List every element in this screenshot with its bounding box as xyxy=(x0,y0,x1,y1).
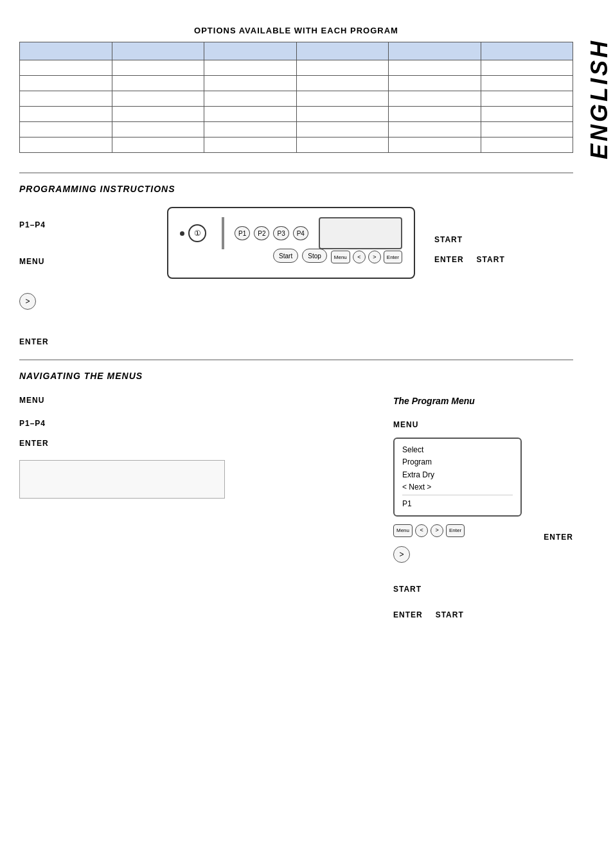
menu-line-1: Select xyxy=(402,444,513,456)
panel-separator xyxy=(222,217,224,249)
main-content: OPTIONS AVAILABLE WITH EACH PROGRAM xyxy=(0,0,586,634)
menu-p1: P1 xyxy=(402,495,513,510)
menu-line-3: Extra Dry xyxy=(402,469,513,481)
options-table xyxy=(19,42,573,153)
menu-label: MENU xyxy=(19,257,44,266)
divider-2 xyxy=(19,359,573,360)
p1p4-label: P1–P4 xyxy=(19,220,46,229)
table-row xyxy=(20,122,573,137)
start-button[interactable]: Start xyxy=(273,249,298,263)
arrow-right-icon[interactable]: > xyxy=(19,293,36,310)
power-dot xyxy=(180,231,184,236)
table-row xyxy=(20,42,573,60)
table-title: OPTIONS AVAILABLE WITH EACH PROGRAM xyxy=(19,26,573,35)
enter-label: ENTER xyxy=(19,337,49,346)
navigating-heading: NAVIGATING THE MENUS xyxy=(19,371,573,381)
table-row xyxy=(20,60,573,76)
table-row xyxy=(20,107,573,122)
menu-display-wrapper: Select Program Extra Dry < Next > P1 Men… xyxy=(393,438,573,563)
power-button[interactable]: ① xyxy=(188,224,206,242)
arrow-right-icon-2[interactable]: > xyxy=(393,546,410,563)
enter-right: ENTER xyxy=(544,533,573,542)
prog-instruction-2: ENTER START xyxy=(434,254,573,266)
prog-instruction-1: START xyxy=(434,234,573,246)
table-row xyxy=(20,91,573,107)
nav-menu-label: MENU xyxy=(393,418,573,431)
menu-line-4: < Next > xyxy=(402,481,513,493)
nav-buttons-row: Menu < > Enter xyxy=(331,251,402,263)
enter-key: ENTER xyxy=(19,439,49,448)
program-menu-subheading: The Program Menu xyxy=(393,394,573,409)
english-label: ENGLISH xyxy=(586,39,613,159)
prog-instructions: START ENTER START xyxy=(434,207,573,266)
programming-heading: PROGRAMMING INSTRUCTIONS xyxy=(19,184,573,194)
english-sidebar: ENGLISH xyxy=(586,0,613,868)
nav-right-col: The Program Menu MENU Select Program Ext… xyxy=(393,394,573,621)
table-row xyxy=(20,76,573,91)
control-panel: ① P1 P2 P3 P4 Start Stop Menu < xyxy=(167,207,415,279)
panel-top-row: ① P1 P2 P3 P4 xyxy=(180,217,402,249)
p1-button[interactable]: P1 xyxy=(235,226,250,240)
p2-button[interactable]: P2 xyxy=(254,226,269,240)
nav-left-text: MENU P1–P4 ENTER xyxy=(19,394,374,499)
prog-labels: P1–P4 MENU > ENTER xyxy=(19,207,148,346)
nav-bottom-box xyxy=(19,460,225,499)
right-nav-button[interactable]: > xyxy=(368,251,381,263)
programming-layout: P1–P4 MENU > ENTER ① xyxy=(19,207,573,346)
stop-button[interactable]: Stop xyxy=(302,249,327,263)
right-text-column: The Program Menu MENU Select Program Ext… xyxy=(393,394,573,621)
p3-button[interactable]: P3 xyxy=(273,226,289,240)
menu-nav-button[interactable]: Menu xyxy=(331,251,350,263)
menu-key: MENU xyxy=(19,396,44,405)
enter-nav-button[interactable]: Enter xyxy=(384,251,402,263)
table-row xyxy=(20,137,573,153)
left-nav-button[interactable]: < xyxy=(353,251,366,263)
start-label: START xyxy=(393,585,422,594)
menu-display-box: Select Program Extra Dry < Next > P1 xyxy=(393,438,522,517)
panel-display xyxy=(319,217,402,249)
enter-3-label: ENTER xyxy=(393,608,423,621)
divider-1 xyxy=(19,172,573,173)
menu-line-2: Program xyxy=(402,456,513,468)
p1p4-key: P1–P4 xyxy=(19,419,46,428)
panel-bottom-row: Start Stop Menu < > Enter xyxy=(180,248,402,263)
start-2-label: START xyxy=(436,608,464,621)
nav-section: NAVIGATING THE MENUS MENU P1–P4 ENTER xyxy=(19,371,573,621)
p4-button[interactable]: P4 xyxy=(293,226,308,240)
